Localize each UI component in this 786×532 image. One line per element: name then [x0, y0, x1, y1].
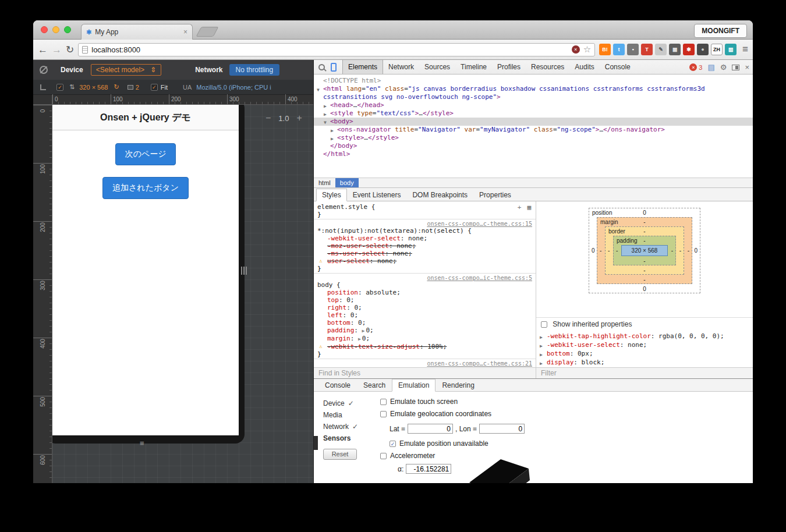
computed-property[interactable]: ▶-webkit-user-select: none;: [539, 341, 750, 349]
sidebar-tab-dom-breakpoints[interactable]: DOM Breakpoints: [406, 189, 473, 201]
devtools-tab-resources[interactable]: Resources: [526, 60, 569, 74]
box-model-margin-layer[interactable]: margin - - - - border - - - -: [597, 217, 692, 284]
forward-button[interactable]: →: [52, 45, 62, 55]
ext-dark-icon[interactable]: ●: [697, 44, 709, 55]
breadcrumb-item-html[interactable]: html: [314, 178, 335, 187]
expand-arrow-icon[interactable]: ▶: [362, 328, 365, 334]
drawer-tab-console[interactable]: Console: [318, 379, 357, 392]
expand-arrow-icon[interactable]: ▶: [540, 359, 543, 368]
css-selector[interactable]: element.style {: [317, 203, 533, 211]
emulation-sidebar-item-sensors[interactable]: Sensors: [323, 432, 372, 444]
css-declaration[interactable]: -moz-user-select: none;: [317, 242, 533, 250]
device-pixel-ratio-value[interactable]: 2: [136, 84, 139, 91]
dimensions-checkbox[interactable]: ✓: [56, 84, 63, 91]
viewport-resize-handle-icon[interactable]: [241, 267, 247, 275]
css-declaration[interactable]: -webkit-user-select: none;: [317, 235, 533, 242]
ua-value[interactable]: Mozilla/5.0 (iPhone; CPU i: [196, 84, 313, 91]
computed-property[interactable]: ▶bottom: 0px;: [539, 349, 750, 358]
emulation-sidebar-item-media[interactable]: Media: [323, 409, 372, 421]
dock-side-icon[interactable]: [732, 65, 739, 70]
style-action-icon[interactable]: ▦: [527, 204, 531, 211]
emulation-sidebar-item-network[interactable]: Network✓: [323, 421, 372, 432]
drawer-toggle-icon[interactable]: ▤: [707, 63, 714, 71]
devtools-tab-console[interactable]: Console: [600, 60, 636, 74]
devtools-tab-sources[interactable]: Sources: [419, 60, 455, 74]
moongift-badge[interactable]: MOONGIFT: [694, 24, 747, 38]
device-model-select[interactable]: <Select model> ⇕: [91, 64, 161, 76]
devtools-tab-elements[interactable]: Elements: [342, 60, 383, 74]
filter-input[interactable]: Filter: [536, 367, 753, 378]
css-declaration[interactable]: ⚠-webkit-text-size-adjust: 100%;: [317, 343, 533, 350]
reset-button[interactable]: Reset: [323, 449, 357, 460]
minimize-window-button[interactable]: [52, 26, 59, 33]
box-model-border-layer[interactable]: border - - - - padding - - -: [605, 226, 684, 275]
box-model-padding-layer[interactable]: padding - - - - 320 × 568: [613, 236, 676, 265]
dom-tree-line[interactable]: <!DOCTYPE html>: [314, 77, 753, 85]
chrome-menu-icon[interactable]: ≡: [742, 44, 748, 55]
ext-gray-icon[interactable]: ▦: [669, 44, 681, 55]
dom-tree-line[interactable]: </html>: [314, 150, 753, 158]
css-declaration[interactable]: top: 0;: [317, 296, 533, 304]
dom-tree-line[interactable]: ▼<html lang="en" class="js canvas border…: [314, 85, 753, 101]
dom-tree-line[interactable]: ▶<head>…</head>: [314, 101, 753, 109]
network-throttling-select[interactable]: No throttling: [229, 64, 280, 76]
css-declaration[interactable]: right: 0;: [317, 304, 533, 311]
box-model-content[interactable]: 320 × 568: [621, 245, 668, 256]
reset-dimensions-icon[interactable]: ↻: [114, 83, 119, 91]
accelerometer-preview[interactable]: [467, 457, 531, 483]
devtools-tab-network[interactable]: Network: [383, 60, 419, 74]
blocked-content-icon[interactable]: ×: [572, 45, 580, 54]
css-declaration[interactable]: ⚠user-select: none;: [317, 257, 533, 265]
lon-input[interactable]: [479, 424, 525, 434]
stylesheet-link[interactable]: onsen-css-compo…c-theme.css:21: [317, 361, 533, 367]
settings-gear-icon[interactable]: ⚙: [720, 63, 727, 71]
added-button[interactable]: 追加されたボタン: [102, 177, 189, 199]
expand-arrow-icon[interactable]: ▶: [358, 336, 361, 342]
lat-input[interactable]: [408, 424, 453, 434]
drawer-tab-emulation[interactable]: Emulation: [392, 379, 436, 392]
css-declaration[interactable]: margin: ▶0;: [317, 335, 533, 343]
tab-close-icon[interactable]: ×: [183, 28, 187, 36]
viewport-dimensions[interactable]: 320 × 568: [79, 84, 108, 91]
dom-tree-line[interactable]: </body>: [314, 142, 753, 150]
alpha-input[interactable]: [406, 464, 451, 474]
url-text[interactable]: localhost:8000: [91, 45, 568, 54]
computed-property[interactable]: ▶display: block;: [539, 358, 750, 367]
address-bar[interactable]: localhost:8000 × ☆: [78, 43, 595, 56]
breadcrumb-item-body[interactable]: body: [335, 178, 359, 187]
new-tab-button[interactable]: [196, 27, 218, 37]
emulate-touch-checkbox[interactable]: [380, 399, 387, 405]
disable-emulation-icon[interactable]: [40, 66, 48, 74]
sidebar-tab-styles[interactable]: Styles: [316, 189, 347, 201]
devtools-tab-timeline[interactable]: Timeline: [455, 60, 492, 74]
next-page-button[interactable]: 次のページ: [115, 143, 176, 165]
drawer-tab-rendering[interactable]: Rendering: [436, 379, 480, 392]
device-mode-icon[interactable]: [331, 63, 337, 72]
ext-pen-icon[interactable]: ✎: [655, 44, 667, 55]
css-declaration[interactable]: bottom: 0;: [317, 319, 533, 327]
fit-checkbox[interactable]: ✓: [151, 84, 158, 91]
style-action-icon[interactable]: +: [518, 204, 522, 211]
dom-tree-line[interactable]: ▶<style>…</style>: [314, 134, 753, 142]
ext-teal-icon[interactable]: ▥: [725, 44, 737, 55]
back-button[interactable]: ←: [38, 45, 48, 55]
ext-hatena-icon[interactable]: B!: [599, 44, 611, 55]
stylesheet-link[interactable]: onsen-css-compo…ic-theme.css:5: [317, 275, 533, 281]
zoom-in-button[interactable]: +: [296, 113, 302, 123]
devtools-tab-profiles[interactable]: Profiles: [492, 60, 526, 74]
accelerometer-checkbox[interactable]: [380, 453, 387, 459]
ruler-toggle-icon[interactable]: [40, 84, 46, 90]
drawer-tab-search[interactable]: Search: [357, 379, 392, 392]
bookmark-star-icon[interactable]: ☆: [583, 44, 591, 55]
error-badge[interactable]: × 3: [689, 63, 702, 71]
sidebar-tab-properties[interactable]: Properties: [473, 189, 517, 201]
close-window-button[interactable]: [41, 26, 48, 33]
dom-tree-line[interactable]: ▶<ons-navigator title="Navigator" var="m…: [314, 126, 753, 134]
zoom-out-button[interactable]: −: [265, 113, 271, 123]
ext-red-badge-icon[interactable]: ✱: [683, 44, 695, 55]
ext-camera-icon[interactable]: ▪: [627, 44, 639, 55]
css-declaration[interactable]: padding: ▶0;: [317, 327, 533, 335]
sidebar-tab-event-listeners[interactable]: Event Listeners: [347, 189, 407, 201]
close-devtools-icon[interactable]: ×: [745, 63, 749, 71]
dom-tree-line[interactable]: ▶<style type="text/css">…</style>: [314, 109, 753, 118]
